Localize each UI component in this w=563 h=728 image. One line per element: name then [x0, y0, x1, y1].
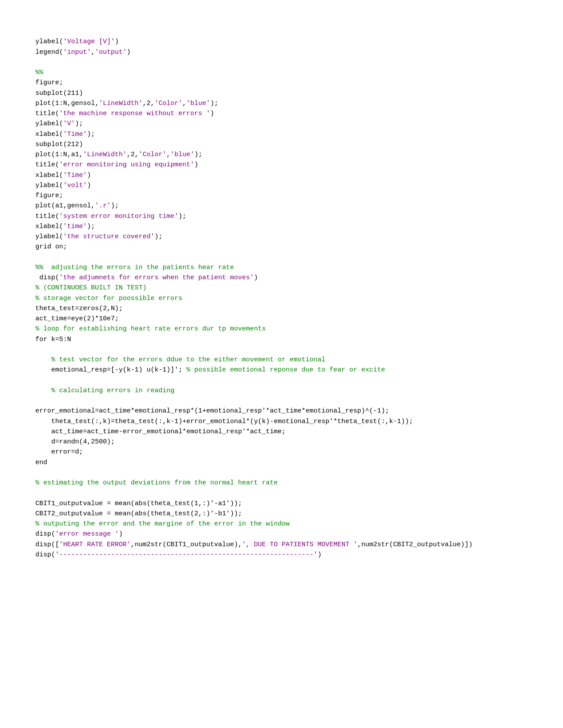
string-literal: 'output'	[95, 49, 127, 56]
code-line: ,2,	[127, 151, 139, 158]
code-line: title(	[35, 161, 59, 169]
code-line: for k=5:N	[35, 336, 71, 343]
string-literal: 'the structure covered'	[63, 233, 155, 240]
code-line: ,num2str(CBIT1_outputvalue),	[131, 541, 242, 548]
code-line: );	[210, 100, 218, 107]
code-line: end	[35, 459, 47, 466]
code-line: ylabel(	[35, 120, 63, 128]
code-line: )	[87, 172, 91, 179]
code-line: ylabel(	[35, 38, 63, 45]
code-line: )	[194, 161, 198, 169]
code-line: figure;	[35, 192, 63, 199]
code-line: );	[194, 151, 202, 158]
code-line: title(	[35, 110, 59, 117]
code-line: );	[75, 120, 83, 128]
string-literal: 'Voltage [V]'	[63, 38, 115, 45]
code-line: error_emotional=act_time*emotional_resp*…	[35, 407, 389, 415]
code-line: d=randn(4,2500);	[35, 438, 115, 446]
code-line: % estimating the output deviations from …	[35, 479, 278, 487]
code-line: % loop for establishing heart rate error…	[35, 325, 266, 333]
string-literal: ', DUE TO PATIENTS MOVEMENT '	[242, 541, 357, 548]
code-line: plot(a1,gensol,	[35, 202, 95, 210]
code-line: disp([	[35, 541, 59, 548]
code-line: ,num2str(CBIT2_outputvalue)])	[357, 541, 472, 548]
code-line: %%	[35, 69, 43, 76]
string-literal: 'error message '	[55, 530, 119, 538]
code-line: % outputing the error and the margine of…	[35, 520, 290, 528]
string-literal: 'Time'	[63, 131, 87, 138]
code-line: theta_test(:,k)=theta_test(:,k-1)+error_…	[35, 418, 413, 425]
code-line: title(	[35, 213, 59, 220]
code-line: disp(	[35, 551, 55, 559]
code-line: );	[87, 131, 95, 138]
code-line: xlabel(	[35, 223, 63, 230]
code-line: % storage vector for poossible errors	[35, 295, 182, 302]
code-line: disp(	[35, 274, 59, 281]
code-line: ylabel(	[35, 233, 63, 240]
string-literal: 'blue'	[170, 151, 194, 158]
code-line: )	[87, 182, 91, 189]
string-literal: 'Color'	[155, 100, 182, 107]
string-literal: 'V'	[63, 120, 75, 128]
code-line: subplot(212)	[35, 141, 83, 148]
code-line: act_time=act_time-error_emotional*emotio…	[35, 428, 286, 435]
code-line: error=d;	[35, 448, 83, 456]
string-literal: 'HEART RATE ERROR'	[59, 541, 131, 548]
code-line: );	[87, 223, 95, 230]
string-literal: 'LineWidth'	[99, 100, 143, 107]
code-line	[35, 387, 51, 394]
code-line: % (CONTINUOES BUILT IN TEST)	[35, 284, 147, 292]
code-line: grid on;	[35, 243, 67, 251]
code-line: )	[210, 110, 214, 117]
code-line: )	[317, 551, 321, 559]
code-line: xlabel(	[35, 131, 63, 138]
string-literal: 'volt'	[63, 182, 87, 189]
code-line: act_time=eye(2)*10e7;	[35, 315, 119, 323]
code-line: )	[115, 38, 119, 45]
code-line: ,	[91, 49, 95, 56]
string-literal: 'Color'	[139, 151, 166, 158]
string-literal: 'the adjumnets for errors when the patie…	[59, 274, 254, 281]
code-line: )	[127, 49, 131, 56]
string-literal: 'time'	[63, 223, 87, 230]
string-literal: 'input'	[63, 49, 91, 56]
code-line: );	[178, 213, 186, 220]
string-literal: 'LineWidth'	[83, 151, 127, 158]
code-line: );	[111, 202, 119, 210]
code-line: % calculating errors in reading	[51, 387, 174, 394]
code-line: )	[119, 530, 123, 538]
code-editor: ylabel('Voltage [V]') legend('input','ou…	[35, 26, 537, 560]
string-literal: '---------------------------------------…	[55, 551, 317, 559]
code-line: plot(1:N,gensol,	[35, 100, 99, 107]
code-line: CBIT1_outputvalue = mean(abs(theta_test(…	[35, 500, 242, 507]
code-line: plot(1:N,a1,	[35, 151, 83, 158]
code-line: CBIT2_outputvalue = mean(abs(theta_test(…	[35, 510, 242, 518]
code-line: subplot(211)	[35, 90, 83, 97]
string-literal: '.r'	[95, 202, 111, 210]
code-line: emotional_resp=[-y(k-1) u(k-1)]';	[35, 366, 186, 374]
code-line: %% adjusting the errors in the patients …	[35, 264, 234, 271]
string-literal: 'system error monitoring time'	[59, 213, 178, 220]
code-line: ylabel(	[35, 182, 63, 189]
string-literal: 'blue'	[186, 100, 210, 107]
code-line: % possible emotional reponse due to fear…	[186, 366, 385, 374]
code-line: ,	[166, 151, 170, 158]
string-literal: 'the machine response without errors '	[59, 110, 210, 117]
code-line	[35, 356, 51, 364]
code-line: figure;	[35, 79, 63, 86]
code-line: disp(	[35, 530, 55, 538]
code-line: legend(	[35, 49, 63, 56]
string-literal: 'error monitoring using equipment'	[59, 161, 194, 169]
code-line: ,	[182, 100, 186, 107]
code-line: xlabel(	[35, 172, 63, 179]
string-literal: 'Time'	[63, 172, 87, 179]
code-line: ,2,	[143, 100, 155, 107]
code-line: theta_test=zeros(2,N);	[35, 305, 123, 312]
code-line: )	[254, 274, 258, 281]
code-line: );	[155, 233, 162, 240]
code-line: % test vector for the errors ddue to the…	[51, 356, 325, 364]
